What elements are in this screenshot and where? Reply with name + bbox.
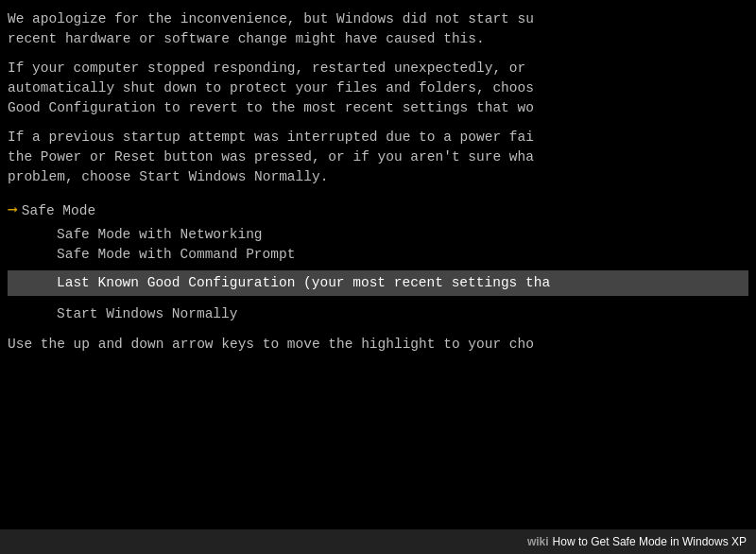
menu-item-last-known-good[interactable]: Last Known Good Configuration (your most… [8,270,748,296]
menu-item-start-normally[interactable]: Start Windows Normally [8,302,748,327]
menu-item-safe-mode-cmd[interactable]: Safe Mode with Command Prompt [8,245,748,265]
paragraph-3: If a previous startup attempt was interr… [8,128,748,187]
para2-line3: Good Configuration to revert to the most… [8,98,748,118]
para2-line1: If your computer stopped responding, res… [8,59,748,78]
para1-line1: We apologize for the inconvenience, but … [8,9,748,29]
selection-arrow-icon: ➞ [8,199,18,223]
safe-mode-networking-label: Safe Mode with Networking [57,225,748,245]
boot-menu: ➞ Safe Mode Safe Mode with Networking Sa… [8,197,748,327]
bsod-screen: We apologize for the inconvenience, but … [0,0,756,529]
para3-line3: problem, choose Start Windows Normally. [8,167,748,187]
menu-item-safe-mode-networking[interactable]: Safe Mode with Networking [8,225,748,245]
wiki-label: wiki [527,535,549,548]
wiki-footer-bar: wiki How to Get Safe Mode in Windows XP [0,529,756,554]
paragraph-2: If your computer stopped responding, res… [8,59,748,118]
wiki-how-label: How to Get Safe Mode in Windows XP [553,535,747,548]
para3-line2: the Power or Reset button was pressed, o… [8,147,748,167]
paragraph-1: We apologize for the inconvenience, but … [8,9,748,49]
footer-instructions: Use the up and down arrow keys to move t… [8,335,748,355]
para1-line2: recent hardware or software change might… [8,29,748,49]
footer-text: Use the up and down arrow keys to move t… [8,335,748,355]
safe-mode-label: Safe Mode [22,201,95,221]
para3-line1: If a previous startup attempt was interr… [8,128,748,147]
wiki-badge: wiki How to Get Safe Mode in Windows XP [527,535,747,548]
safe-mode-cmd-label: Safe Mode with Command Prompt [57,245,748,265]
menu-item-safe-mode[interactable]: ➞ Safe Mode [8,197,748,225]
para2-line2: automatically shut down to protect your … [8,78,748,98]
